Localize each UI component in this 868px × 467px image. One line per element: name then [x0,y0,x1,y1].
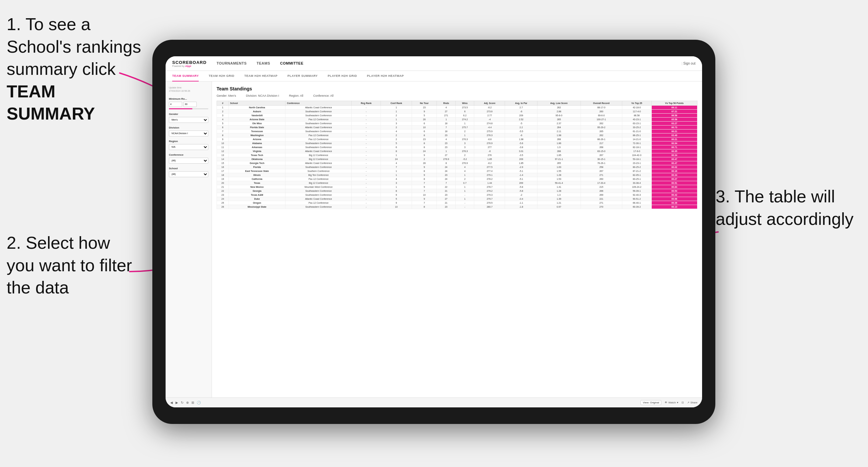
col-avg-low[interactable]: Avg. Low Score [537,101,581,106]
table-cell: Big 12 Conference [285,181,352,185]
toolbar-forward-icon[interactable]: ▶ [176,401,178,404]
table-cell: 4 [381,161,412,165]
table-cell: 4 [455,169,474,173]
table-row: 9ArizonaPac-12 Conference-2234276.3-6.61… [217,137,698,142]
subnav-player-h2h-grid[interactable]: PLAYER H2H GRID [328,71,357,82]
subnav-team-summary[interactable]: TEAM SUMMARY [172,71,199,82]
table-cell: Atlantic Coast Conference [285,161,352,165]
table-cell: 8 [412,146,437,149]
sidebar-max-input[interactable] [183,102,197,107]
table-cell: Atlantic Coast Conference [285,149,352,153]
sub-navbar: TEAM SUMMARY TEAM H2H GRID TEAM H2H HEAT… [165,71,702,82]
table-cell: Southeastern Conference [285,205,352,209]
col-vs50pts[interactable]: Vs Top 50 Points [651,101,697,106]
toolbar-home-icon[interactable]: ⊕ [186,401,189,404]
table-cell: 18 [217,173,229,177]
table-title: Team Standings [217,86,698,91]
nav-tournaments[interactable]: TOURNAMENTS [217,57,247,70]
col-no-tour[interactable]: No Tour [412,101,437,106]
nav-committee[interactable]: COMMITTEE [280,57,304,70]
table-cell: 1.98 [505,137,537,142]
subnav-player-h2h-heatmap[interactable]: PLAYER H2H HEATMAP [367,71,404,82]
sidebar-slider[interactable] [169,108,208,109]
sidebar-region-select[interactable]: N/A [169,144,208,150]
table-row: 2AuburnSoutheastern Conference-19276273.… [217,110,698,114]
share-button[interactable]: ↗ Share [687,401,698,404]
table-row: 6Florida StateAtlantic Coast Conference-… [217,126,698,129]
table-cell: 279.2 [474,189,505,193]
table-cell: 3.01 [505,149,537,153]
watch-button[interactable]: 👁 Watch ▾ [665,401,678,404]
table-cell: - [455,201,474,205]
toolbar-back-icon[interactable]: ◀ [170,401,173,404]
col-vs25[interactable]: Vs Top 25 [622,101,651,106]
table-cell: Big Ten Conference [285,173,352,177]
toolbar-refresh-icon[interactable]: ↻ [181,401,183,404]
table-cell: 260 [581,110,622,114]
table-cell: 86-25-1 [622,133,651,137]
toolbar-time-icon[interactable]: 🕐 [197,401,201,404]
table-row: 16FloridaSoutheastern Conference-7924427… [217,165,698,169]
table-cell: 3 [381,181,412,185]
sidebar-min-input[interactable] [169,102,182,107]
table-row: 13Texas TechBig 12 Conference-19272276-3… [217,153,698,157]
table-cell: 90-51-2 [622,197,651,201]
table-cell: 6 [381,146,412,149]
subnav-player-summary[interactable]: PLAYER SUMMARY [287,71,318,82]
table-cell: 28 [412,161,437,165]
sign-out-button[interactable]: Sign out [682,62,695,65]
table-cell: 92-40-3 [622,193,651,197]
subnav-team-h2h-grid[interactable]: TEAM H2H GRID [209,71,235,82]
table-cell: Florida [228,165,285,169]
table-cell: 1.39 [537,197,581,201]
table-cell: 275.9 [474,129,505,133]
view-original-button[interactable]: View: Original [641,400,661,405]
col-conf-rank[interactable]: Conf Rank [381,101,412,106]
col-rnds[interactable]: Rnds [437,101,456,106]
table-cell: Southeastern Conference [285,146,352,149]
table-cell: - [352,137,381,142]
table-cell: -5.1 [505,169,537,173]
table-cell: 80.47 [651,161,697,165]
table-cell: - [352,193,381,197]
col-overall[interactable]: Overall Record [581,101,622,106]
score-badge: 83.49 [670,134,678,137]
nav-teams[interactable]: TEAMS [257,57,270,70]
sidebar-school-select[interactable]: (All) [169,171,208,177]
table-cell: 33-25-2 [622,126,651,129]
col-adj-score[interactable]: Adj. Score [474,101,505,106]
table-cell: 80.84 [651,185,697,189]
table-cell: Pac-12 Conference [285,137,352,142]
col-avg-par[interactable]: Avg. to Par [505,101,537,106]
subnav-team-h2h-heatmap[interactable]: TEAM H2H HEATMAP [244,71,278,82]
score-badge: 80.42 [670,193,678,196]
table-cell: 268 [537,137,581,142]
table-cell: 12 [217,149,229,153]
table-cell: 4 [437,137,456,142]
table-cell: 9 [412,197,437,201]
table-cell: -6 [505,133,537,137]
sidebar-gender-select[interactable]: Men's [169,117,208,123]
toolbar-copy-icon[interactable]: ⊞ [191,401,194,404]
col-school[interactable]: School [228,101,285,106]
sidebar-division-select[interactable]: NCAA Division I [169,130,208,136]
col-conf[interactable]: Conference [285,101,352,106]
table-row: 14OklahomaBig 12 Conference-242276.9-5.2… [217,157,698,161]
col-wins[interactable]: Wins [455,101,474,106]
table-cell: 18 [437,129,456,133]
table-cell: 279.1 [474,173,505,177]
table-cell: 63-15-1 [622,122,651,126]
sidebar-conference-select[interactable]: (All) [169,158,208,164]
col-rank[interactable]: # [217,101,229,106]
score-badge: 83.27 [670,122,678,125]
table-cell: 1 [455,185,474,189]
table-cell: 1 [381,110,412,114]
copy-button[interactable]: ⊡ [682,401,684,404]
col-reg-rank[interactable]: Reg Rank [352,101,381,106]
table-cell: Pac-12 Conference [285,133,352,137]
table-cell: 3 [455,146,474,149]
filter-conference: Conference: All [313,94,334,97]
table-cell: 80.98 [651,197,697,201]
table-cell: - [352,197,381,201]
table-cell: 5 [217,122,229,126]
